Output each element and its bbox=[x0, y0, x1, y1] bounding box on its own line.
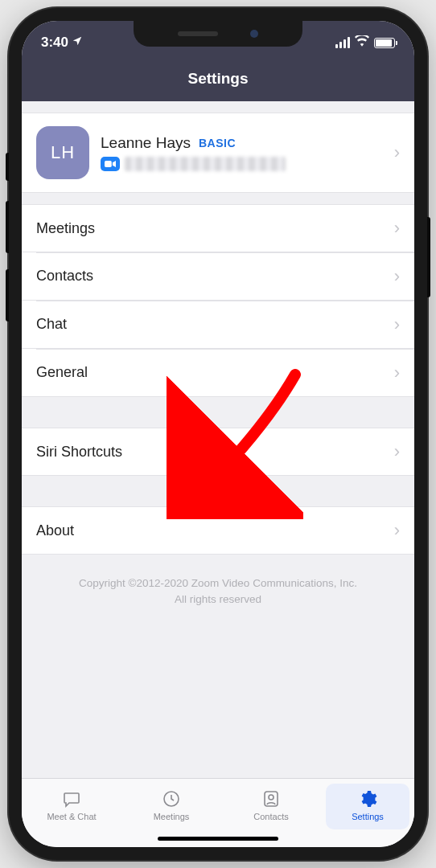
menu-item-general[interactable]: General › bbox=[22, 349, 414, 397]
chevron-right-icon: › bbox=[394, 314, 400, 335]
profile-name: Leanne Hays bbox=[101, 134, 191, 152]
screen: 3:40 Settings bbox=[22, 21, 414, 847]
home-indicator[interactable] bbox=[158, 837, 278, 841]
copyright: Copyright ©2012-2020 Zoom Video Communic… bbox=[22, 555, 414, 629]
menu-item-siri-shortcuts[interactable]: Siri Shortcuts › bbox=[22, 428, 414, 476]
chevron-right-icon: › bbox=[394, 520, 400, 541]
page-title: Settings bbox=[188, 70, 249, 88]
tab-meetings[interactable]: Meetings bbox=[121, 779, 221, 831]
tab-label: Contacts bbox=[253, 812, 288, 821]
gear-icon bbox=[356, 788, 379, 809]
menu-item-meetings[interactable]: Meetings › bbox=[22, 204, 414, 252]
video-icon bbox=[101, 157, 120, 171]
nav-header: Settings bbox=[22, 56, 414, 101]
profile-row[interactable]: LH Leanne Hays BASIC › bbox=[22, 113, 414, 193]
status-time: 3:40 bbox=[41, 35, 68, 51]
svg-rect-2 bbox=[265, 792, 278, 806]
menu-item-chat[interactable]: Chat › bbox=[22, 301, 414, 349]
clock-icon bbox=[160, 788, 183, 809]
menu-label: General bbox=[36, 364, 88, 381]
menu-label: Chat bbox=[36, 316, 67, 333]
chevron-right-icon: › bbox=[394, 218, 400, 239]
tab-label: Settings bbox=[352, 812, 384, 821]
svg-rect-0 bbox=[105, 161, 112, 167]
plan-badge: BASIC bbox=[199, 137, 236, 149]
chevron-right-icon: › bbox=[394, 441, 400, 462]
profile-id-blurred bbox=[125, 157, 286, 171]
chevron-right-icon: › bbox=[394, 362, 400, 383]
svg-point-3 bbox=[269, 795, 274, 800]
menu-item-about[interactable]: About › bbox=[22, 506, 414, 555]
wifi-icon bbox=[355, 35, 369, 51]
signal-icon bbox=[335, 37, 350, 48]
menu-item-contacts[interactable]: Contacts › bbox=[22, 252, 414, 301]
tab-settings[interactable]: Settings bbox=[326, 784, 409, 829]
location-icon bbox=[72, 35, 83, 51]
menu-label: Meetings bbox=[36, 220, 95, 237]
menu-label: Contacts bbox=[36, 268, 93, 285]
tab-label: Meet & Chat bbox=[47, 812, 96, 821]
menu-label: Siri Shortcuts bbox=[36, 444, 122, 461]
content-area[interactable]: LH Leanne Hays BASIC › bbox=[22, 101, 414, 778]
notch bbox=[134, 21, 302, 47]
contact-icon bbox=[260, 788, 282, 809]
tab-meet-chat[interactable]: Meet & Chat bbox=[22, 779, 121, 831]
chat-icon bbox=[60, 788, 83, 809]
menu-label: About bbox=[36, 522, 74, 539]
battery-icon bbox=[374, 38, 395, 48]
tab-label: Meetings bbox=[154, 812, 190, 821]
chevron-right-icon: › bbox=[394, 142, 400, 163]
tab-contacts[interactable]: Contacts bbox=[221, 779, 321, 831]
avatar: LH bbox=[36, 126, 89, 179]
phone-frame: 3:40 Settings bbox=[9, 8, 427, 860]
chevron-right-icon: › bbox=[394, 266, 400, 287]
